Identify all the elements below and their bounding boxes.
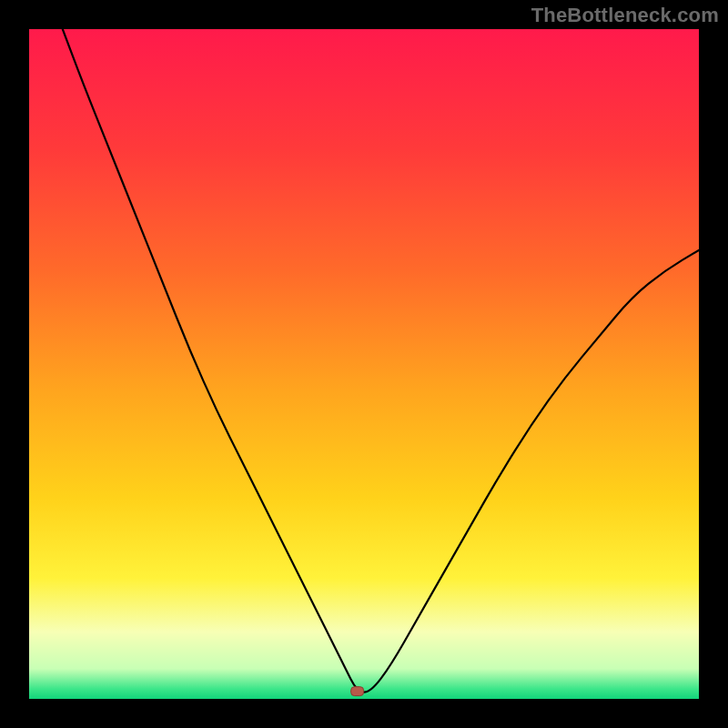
gradient-background <box>29 29 699 699</box>
chart-frame: TheBottleneck.com <box>0 0 728 728</box>
chart-svg <box>29 29 699 699</box>
plot-area <box>29 29 699 699</box>
watermark-text: TheBottleneck.com <box>531 4 719 27</box>
minimum-marker <box>351 687 364 696</box>
